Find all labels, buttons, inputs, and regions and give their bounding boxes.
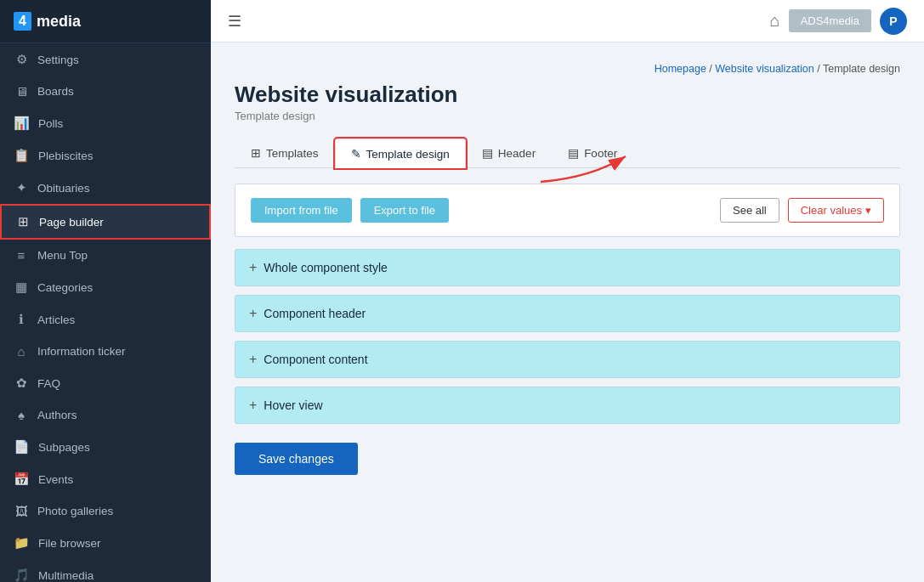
sidebar-item-articles[interactable]: ℹArticles [0,303,211,336]
file-browser-icon: 📁 [14,535,30,551]
articles-icon: ℹ [14,312,29,327]
tab-template-design[interactable]: ✎Template design [335,138,466,168]
sidebar-item-plebiscites[interactable]: 📋Plebiscites [0,139,211,172]
export-button[interactable]: Export to file [360,198,449,223]
sidebar-item-categories[interactable]: ▦Categories [0,271,211,303]
breadcrumb-homepage[interactable]: Homepage [655,63,706,75]
plus-icon: + [249,352,257,367]
action-bar-left: Import from file Export to file [251,198,449,223]
tab-container: ⊞Templates✎Template design▤Header▤Footer [235,138,900,168]
multimedia-icon: 🎵 [14,568,30,582]
topbar: ☰ ⌂ ADS4media P [211,0,924,42]
sidebar-item-photo-galleries[interactable]: 🖼Photo galleries [0,495,211,527]
menu-top-icon: ≡ [14,248,29,263]
sidebar-item-file-browser[interactable]: 📁File browser [0,527,211,559]
logo-text: media [37,13,81,31]
subpages-icon: 📄 [14,439,30,455]
sidebar-item-information-ticker[interactable]: ⌂Information ticker [0,336,211,367]
categories-icon: ▦ [14,280,29,295]
sidebar-item-label: Multimedia [38,569,94,582]
footer-tab-icon: ▤ [568,146,579,160]
accordion-label: Whole component style [264,261,388,274]
clear-label: Clear values [801,204,862,217]
page-title: Website visualization [235,82,900,108]
breadcrumb: Homepage / Website visualization / Templ… [235,63,900,75]
accordion-hover-view[interactable]: +Hover view [235,387,900,424]
accordion-container: +Whole component style+Component header+… [235,249,900,424]
sidebar-item-polls[interactable]: 📊Polls [0,107,211,139]
plus-icon: + [249,398,257,413]
sidebar-item-label: Authors [37,409,77,421]
sidebar-item-page-builder[interactable]: ⊞Page builder [0,204,211,240]
content-area: Homepage / Website visualization / Templ… [211,42,924,582]
plus-icon: + [249,306,257,321]
sidebar: 4 media ⚙Settings🖥Boards📊Polls📋Plebiscit… [0,0,211,582]
header-tab-icon: ▤ [482,146,493,160]
header-tab-label: Header [498,147,536,160]
home-icon[interactable]: ⌂ [770,11,780,31]
polls-icon: 📊 [14,116,30,131]
breadcrumb-current: Template design [823,63,900,75]
accordion-component-content[interactable]: +Component content [235,341,900,378]
sidebar-item-label: Categories [37,281,93,294]
page-subtitle: Template design [235,110,900,122]
sidebar-item-label: Polls [38,117,63,130]
hamburger-icon: ☰ [228,12,241,31]
faq-icon: ✿ [14,376,29,391]
template-design-tab-icon: ✎ [351,147,361,161]
sidebar-item-label: Page builder [39,216,104,229]
boards-icon: 🖥 [14,84,29,99]
app-logo: 4 media [0,0,211,43]
import-button[interactable]: Import from file [251,198,352,223]
sidebar-item-obituaries[interactable]: ✦Obituaries [0,172,211,204]
tab-templates[interactable]: ⊞Templates [235,138,335,167]
see-all-button[interactable]: See all [720,198,779,223]
accordion-label: Component content [264,353,367,366]
obituaries-icon: ✦ [14,180,29,195]
tab-footer[interactable]: ▤Footer [552,138,633,167]
topbar-right: ⌂ ADS4media P [770,8,907,35]
accordion-label: Hover view [264,398,322,412]
main-area: ☰ ⌂ ADS4media P Homepage / Website visua… [211,0,924,582]
sidebar-item-label: Settings [37,54,79,66]
sidebar-item-label: Events [38,473,73,486]
sidebar-item-menu-top[interactable]: ≡Menu Top [0,240,211,271]
sidebar-item-multimedia[interactable]: 🎵Multimedia [0,559,211,582]
information-ticker-icon: ⌂ [14,344,29,359]
sidebar-item-settings[interactable]: ⚙Settings [0,43,211,76]
sidebar-item-subpages[interactable]: 📄Subpages [0,431,211,463]
hamburger-menu[interactable]: ☰ [228,12,241,31]
photo-galleries-icon: 🖼 [14,504,29,518]
accordion-component-header[interactable]: +Component header [235,295,900,332]
sidebar-item-events[interactable]: 📅Events [0,463,211,495]
sidebar-item-faq[interactable]: ✿FAQ [0,367,211,399]
settings-icon: ⚙ [14,52,29,67]
logo-box: 4 [14,12,31,31]
ads-button[interactable]: ADS4media [789,9,871,32]
clear-arrow-icon: ▾ [865,204,871,217]
templates-tab-label: Templates [266,147,319,160]
sidebar-item-label: Information ticker [37,345,126,358]
sidebar-item-boards[interactable]: 🖥Boards [0,76,211,107]
sidebar-item-label: Boards [37,85,74,98]
action-bar: Import from file Export to file See all … [235,184,900,237]
sidebar-item-label: Subpages [38,441,90,454]
sidebar-item-authors[interactable]: ♠Authors [0,399,211,431]
sidebar-item-label: Obituaries [37,182,90,195]
footer-tab-label: Footer [584,147,617,160]
action-bar-right: See all Clear values ▾ [720,198,884,223]
user-avatar[interactable]: P [880,8,907,35]
save-button[interactable]: Save changes [235,443,358,475]
sidebar-item-label: File browser [38,537,101,550]
sidebar-item-label: Menu Top [37,249,88,262]
breadcrumb-website-viz[interactable]: Website visualization [715,63,814,75]
tab-header[interactable]: ▤Header [466,138,552,167]
authors-icon: ♠ [14,408,29,422]
accordion-whole-component[interactable]: +Whole component style [235,249,900,286]
clear-values-button[interactable]: Clear values ▾ [788,198,884,223]
sidebar-item-label: Articles [37,314,75,326]
plus-icon: + [249,260,257,275]
plebiscites-icon: 📋 [14,148,30,163]
sidebar-item-label: FAQ [37,377,60,390]
events-icon: 📅 [14,472,30,487]
